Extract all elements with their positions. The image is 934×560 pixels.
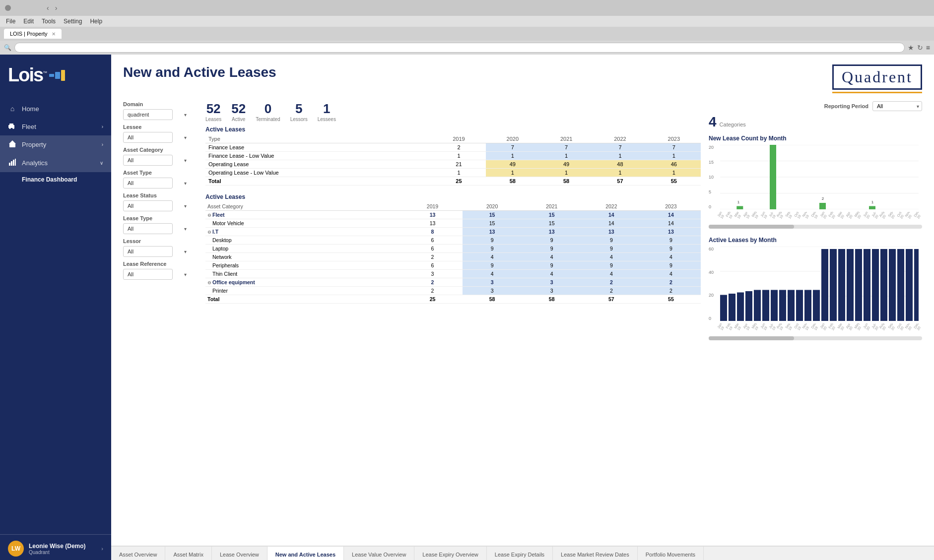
lessee-select[interactable]: All bbox=[123, 132, 173, 143]
browser-tab[interactable]: LOIS | Property ✕ bbox=[4, 29, 62, 39]
stats-row: 52 Leases 52 Active 0 Terminated 5 bbox=[205, 101, 701, 122]
svg-rect-45 bbox=[855, 249, 862, 321]
svg-text:1: 1 bbox=[737, 200, 740, 204]
row-type: Operating Lease - Low Value bbox=[205, 169, 432, 177]
tc-2022: 4 bbox=[582, 270, 641, 278]
categories-label: Categories bbox=[720, 122, 746, 127]
tab-asset-overview[interactable]: Asset Overview bbox=[111, 547, 165, 560]
tab-asset-matrix[interactable]: Asset Matrix bbox=[165, 547, 212, 560]
lease-status-select[interactable]: All bbox=[123, 200, 173, 211]
stat-leases: 52 Leases bbox=[205, 101, 231, 122]
svg-rect-47 bbox=[872, 249, 879, 321]
stat-leases-label: Leases bbox=[205, 117, 221, 122]
collapse-office-icon[interactable]: ⊖ bbox=[207, 280, 211, 285]
cat-total-2020: 58 bbox=[463, 295, 522, 304]
cat-total-2019: 25 bbox=[402, 295, 462, 304]
refresh-icon[interactable]: ↻ bbox=[917, 44, 923, 52]
tab-lease-expiry-overview[interactable]: Lease Expiry Overview bbox=[414, 547, 487, 560]
logo-tm: ™ bbox=[43, 70, 47, 75]
active-leases-y-axis: 6040200 bbox=[709, 247, 715, 321]
stat-lessors-label: Lessors bbox=[290, 117, 308, 122]
back-button[interactable]: ‹ bbox=[45, 3, 51, 13]
menu-file[interactable]: File bbox=[6, 18, 15, 25]
tab-lease-overview[interactable]: Lease Overview bbox=[212, 547, 267, 560]
collapse-it-icon[interactable]: ⊖ bbox=[207, 230, 211, 235]
row-type: Finance Lease bbox=[205, 143, 432, 152]
total-2022: 57 bbox=[593, 177, 647, 186]
lessor-label: Lessor bbox=[123, 238, 190, 244]
col-2019: 2019 bbox=[432, 135, 485, 143]
nav-items: ⌂ Home Fleet › bbox=[0, 96, 111, 534]
sidebar-item-finance-dashboard[interactable]: Finance Dashboard bbox=[0, 172, 111, 187]
asset-category-label: Asset Category bbox=[123, 147, 190, 153]
tab-portfolio-movements-label: Portfolio Movements bbox=[646, 552, 695, 558]
nav-home-label: Home bbox=[22, 105, 39, 113]
printer-2019: 2 bbox=[402, 287, 462, 295]
svg-point-6 bbox=[12, 127, 14, 129]
active-leases-chart-scrollbar[interactable] bbox=[709, 336, 922, 340]
row-2022: 48 bbox=[593, 160, 647, 169]
sidebar-item-analytics[interactable]: Analytics ∨ bbox=[0, 154, 111, 172]
cat-total-label: Total bbox=[205, 295, 402, 304]
printer-name: Printer bbox=[205, 287, 402, 295]
cat-col-name: Asset Category bbox=[205, 202, 402, 211]
sidebar-item-home[interactable]: ⌂ Home bbox=[0, 100, 111, 118]
lease-type-select[interactable]: All bbox=[123, 223, 173, 234]
brand-logo: Quadrent bbox=[832, 64, 922, 90]
tab-lease-value-overview[interactable]: Lease Value Overview bbox=[344, 547, 414, 560]
cat-col-2021: 2021 bbox=[522, 202, 582, 211]
motor-vehicle-name: Motor Vehicle bbox=[205, 219, 402, 228]
col-2023: 2023 bbox=[647, 135, 701, 143]
sidebar-item-property[interactable]: Property › bbox=[0, 135, 111, 154]
tab-portfolio-movements[interactable]: Portfolio Movements bbox=[638, 547, 704, 560]
svg-rect-11 bbox=[13, 160, 14, 166]
user-avatar: LW bbox=[8, 541, 24, 557]
tab-close[interactable]: ✕ bbox=[52, 31, 56, 37]
sidebar-item-fleet[interactable]: Fleet › bbox=[0, 118, 111, 135]
center-panel: 52 Leases 52 Active 0 Terminated 5 bbox=[198, 101, 709, 348]
lessor-select[interactable]: All bbox=[123, 246, 173, 257]
new-lease-chart-scrollbar[interactable] bbox=[709, 225, 922, 229]
new-lease-chart-wrapper: 20151050 bbox=[709, 145, 922, 223]
menu-icon[interactable]: ≡ bbox=[926, 44, 930, 52]
menu-help[interactable]: Help bbox=[90, 18, 102, 25]
user-chevron: › bbox=[101, 546, 103, 552]
asset-category-select[interactable]: All bbox=[123, 155, 173, 166]
stat-lessors-number: 5 bbox=[290, 101, 308, 117]
svg-rect-1 bbox=[55, 72, 60, 79]
logo-area: Lois ™ bbox=[0, 55, 111, 96]
menu-tools[interactable]: Tools bbox=[42, 18, 56, 25]
row-type: Finance Lease - Low Value bbox=[205, 152, 432, 160]
network-2023: 4 bbox=[641, 253, 701, 261]
tab-new-active-leases[interactable]: New and Active Leases bbox=[267, 546, 344, 560]
tab-bar: LOIS | Property ✕ bbox=[0, 27, 934, 41]
main-content: New and Active Leases Quadrent Domain bbox=[111, 55, 934, 560]
tab-lease-expiry-details[interactable]: Lease Expiry Details bbox=[487, 547, 553, 560]
reporting-period-select[interactable]: All bbox=[872, 101, 922, 111]
user-company: Quadrant bbox=[29, 550, 96, 555]
svg-rect-52 bbox=[914, 249, 919, 321]
peripherals-name: Peripherals bbox=[205, 261, 402, 270]
domain-select[interactable]: quadrent bbox=[123, 109, 173, 120]
traffic-light-red[interactable] bbox=[5, 5, 11, 11]
cat-total-2022: 57 bbox=[582, 295, 641, 304]
forward-button[interactable]: › bbox=[53, 3, 60, 13]
collapse-fleet-icon[interactable]: ⊖ bbox=[207, 213, 211, 218]
table-row: Finance Lease - Low Value 1 1 1 1 1 bbox=[205, 152, 701, 160]
asset-type-select[interactable]: All bbox=[123, 178, 173, 188]
page-title: New and Active Leases bbox=[123, 64, 276, 80]
bookmark-icon[interactable]: ★ bbox=[908, 44, 914, 52]
svg-rect-32 bbox=[745, 291, 752, 321]
menu-edit[interactable]: Edit bbox=[23, 18, 34, 25]
svg-text:1: 1 bbox=[871, 200, 874, 204]
row-2019: 1 bbox=[432, 169, 485, 177]
menu-setting[interactable]: Setting bbox=[64, 18, 82, 25]
user-initials: LW bbox=[11, 545, 20, 552]
lease-reference-select[interactable]: All bbox=[123, 269, 173, 280]
tab-lease-market-review[interactable]: Lease Market Review Dates bbox=[553, 547, 638, 560]
cat-col-2023: 2023 bbox=[641, 202, 701, 211]
user-area[interactable]: LW Leonie Wise (Demo) Quadrant › bbox=[0, 534, 111, 560]
address-input[interactable] bbox=[14, 43, 905, 53]
office-name: ⊖Office equipment bbox=[205, 278, 402, 287]
stat-terminated-label: Terminated bbox=[256, 117, 280, 122]
